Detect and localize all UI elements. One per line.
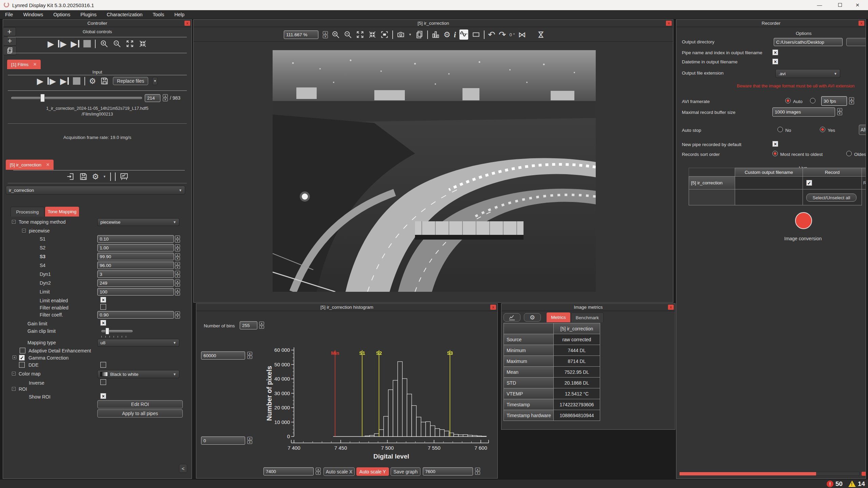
collapse-expander-icon[interactable]: − xyxy=(12,387,16,391)
frame-number-field[interactable]: 214 xyxy=(145,94,160,102)
zoom-level-field[interactable]: 111.667 % xyxy=(284,30,318,39)
roi-rectangle-icon[interactable] xyxy=(472,30,480,39)
input-stop-button[interactable] xyxy=(73,77,80,85)
close-button[interactable]: × xyxy=(850,0,865,10)
gain-clip-slider-handle[interactable] xyxy=(105,328,109,334)
param-value-field[interactable]: 100 xyxy=(97,288,174,296)
metrics-settings-button[interactable]: ⚙ xyxy=(524,313,541,322)
zoom-level-spinner[interactable]: ▲▼ xyxy=(323,31,328,38)
global-zoom-out-icon[interactable] xyxy=(113,39,121,48)
param-value-field[interactable]: 0.10 xyxy=(97,235,174,243)
input-skip-end-button[interactable]: ▶ xyxy=(60,77,68,85)
auto-scale-y-button[interactable]: Auto scale Y xyxy=(356,467,389,476)
warning-icon[interactable]: ! xyxy=(848,481,856,487)
tab-metrics[interactable]: Metrics xyxy=(547,312,570,322)
filter-coeff-field[interactable]: 0.90 xyxy=(97,311,174,319)
contract-icon[interactable] xyxy=(368,30,377,39)
pipe-name-checkbox[interactable]: × xyxy=(772,49,778,55)
framerate-spinner[interactable]: ▲▼ xyxy=(849,97,854,104)
param-value-field[interactable]: 3 xyxy=(97,270,174,278)
tone-curve-icon[interactable] xyxy=(459,29,468,40)
framerate-auto-radio[interactable] xyxy=(785,98,791,103)
minimize-button[interactable]: — xyxy=(812,0,827,10)
expand-icon[interactable] xyxy=(356,30,364,39)
select-unselect-all-button[interactable]: Select/Unselect all xyxy=(806,194,856,202)
zoom-out-icon[interactable] xyxy=(343,30,352,39)
fit-to-view-icon[interactable] xyxy=(380,30,389,39)
mapping-type-dropdown[interactable]: u8▼ xyxy=(97,339,179,347)
menu-item[interactable]: Tools xyxy=(147,12,169,17)
tab-benchmark[interactable]: Benchmark xyxy=(571,312,604,322)
input-step-forward-button[interactable]: ▶ xyxy=(47,77,56,85)
recorder-close-icon[interactable]: x xyxy=(859,21,864,26)
viewer-close-icon[interactable]: x xyxy=(666,21,672,26)
live-row-filename-cell[interactable] xyxy=(735,176,803,189)
pipe-settings-gear-icon[interactable]: ⚙ xyxy=(92,173,99,181)
error-icon[interactable]: ! xyxy=(827,481,833,487)
flip-horizontal-icon[interactable]: ⋈ xyxy=(518,31,526,39)
x-max-spinner[interactable]: ▲▼ xyxy=(475,468,480,475)
image-metrics-close-icon[interactable]: x xyxy=(668,305,674,310)
viewer-settings-gear-icon[interactable]: ⚙ xyxy=(443,31,451,39)
menu-item[interactable]: Plugins xyxy=(75,12,102,17)
restore-button[interactable] xyxy=(832,0,848,10)
global-zoom-in-icon[interactable] xyxy=(100,39,108,48)
import-icon[interactable] xyxy=(66,172,75,181)
buffer-spinner[interactable]: ▲▼ xyxy=(837,108,842,115)
param-value-field[interactable]: 99.90 xyxy=(97,253,174,260)
global-contract-icon[interactable] xyxy=(138,39,147,48)
gamma-correction-checkbox[interactable]: ✓ xyxy=(19,355,25,361)
menu-item[interactable]: Windows xyxy=(18,12,48,17)
x-min-field[interactable]: 7400 xyxy=(263,467,314,475)
global-stop-button[interactable] xyxy=(83,40,91,47)
param-value-field[interactable]: 249 xyxy=(97,279,174,287)
pipe-tab-close-icon[interactable]: ✕ xyxy=(46,162,50,167)
auto-scale-x-button[interactable]: Auto scale X xyxy=(323,467,355,476)
x-max-field[interactable]: 7600 xyxy=(423,467,473,475)
show-roi-checkbox[interactable]: × xyxy=(100,393,106,399)
extension-dropdown[interactable]: .avi▼ xyxy=(775,69,840,78)
param-spinner[interactable]: ▲▼ xyxy=(175,253,180,260)
flip-vertical-icon[interactable]: ⋈ xyxy=(537,31,545,39)
pipe-save-icon[interactable] xyxy=(79,172,88,181)
framerate-fixed-radio[interactable] xyxy=(810,98,815,103)
frame-number-spinner[interactable]: ▲▼ xyxy=(163,94,168,101)
input-play-button[interactable]: ▶ xyxy=(37,77,43,85)
framerate-field[interactable]: 30 fps xyxy=(821,96,847,106)
collapse-expander-icon[interactable]: − xyxy=(12,220,16,224)
param-spinner[interactable]: ▲▼ xyxy=(175,244,180,251)
presentation-icon[interactable] xyxy=(120,172,129,181)
param-spinner[interactable]: ▲▼ xyxy=(175,236,180,243)
films-tab-close-icon[interactable]: ✕ xyxy=(33,62,37,67)
pipe-tab[interactable]: [5] ir_correction✕ xyxy=(6,160,54,170)
method-dropdown[interactable]: piecewise▼ xyxy=(97,218,179,226)
menu-item[interactable]: Help xyxy=(169,12,190,17)
collapse-panel-button[interactable]: < xyxy=(179,464,187,473)
autostop-yes-radio[interactable] xyxy=(820,127,825,132)
dde-left-checkbox[interactable] xyxy=(19,362,25,368)
replace-files-dropdown-icon[interactable]: ▼ xyxy=(152,77,158,85)
info-icon[interactable]: i xyxy=(454,31,456,39)
dde-checkbox[interactable] xyxy=(100,362,106,368)
filter-enabled-checkbox[interactable] xyxy=(100,304,106,310)
rotate-ccw-icon[interactable]: ↶ xyxy=(488,30,495,39)
copy-image-icon[interactable] xyxy=(415,30,424,39)
film-position-slider-handle[interactable] xyxy=(40,94,45,102)
number-of-bins-field[interactable]: 255 xyxy=(240,321,257,329)
snapshot-camera-icon[interactable] xyxy=(396,30,405,39)
collapse-expander-icon[interactable]: − xyxy=(12,372,16,375)
buffer-field[interactable]: 1000 images xyxy=(772,107,835,117)
snapshot-dropdown-icon[interactable]: ▼ xyxy=(409,33,412,36)
param-spinner[interactable]: ▲▼ xyxy=(175,271,180,278)
param-value-field[interactable]: 96.00 xyxy=(97,262,174,269)
record-checkbox[interactable]: ✓ xyxy=(806,180,812,186)
pipe-select-dropdown[interactable]: ir_correction▼ xyxy=(6,186,185,195)
gain-limit-checkbox[interactable]: × xyxy=(100,320,106,326)
apply-all-pipes-button[interactable]: Apply to all pipes xyxy=(97,409,183,418)
save-graph-button[interactable]: Save graph xyxy=(391,467,420,476)
replace-files-button[interactable]: Replace files xyxy=(113,77,148,85)
limit-enabled-checkbox[interactable]: × xyxy=(100,297,106,303)
datetime-checkbox[interactable]: × xyxy=(772,59,778,64)
inverse-checkbox[interactable] xyxy=(100,379,106,385)
param-spinner[interactable]: ▲▼ xyxy=(175,262,180,269)
